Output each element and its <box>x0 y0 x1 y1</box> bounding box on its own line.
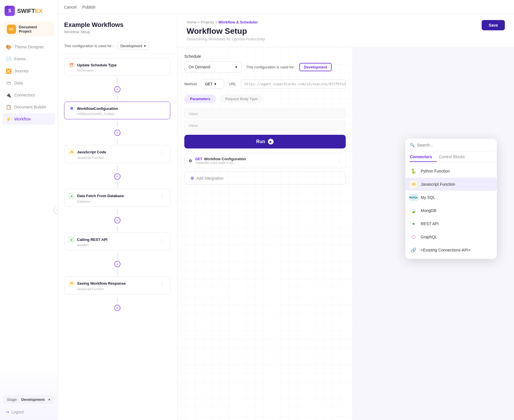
connector-existing-connections[interactable]: 🔗 <Existing Connections-API> <box>405 243 497 257</box>
connector-line-1 <box>64 94 170 102</box>
parameters-button[interactable]: Parameters <box>184 94 216 103</box>
node-rest-api[interactable]: ● Calling REST API ⋮ RestAPI <box>64 233 170 251</box>
sidebar-item-theme-designer[interactable]: 🎨 Theme Designer <box>2 41 55 53</box>
node-menu-icon[interactable]: ⋮ <box>158 149 166 155</box>
tab-control-blocks[interactable]: Control Blocks <box>439 152 469 162</box>
config-bar-label: This configuration is used for : <box>64 44 114 48</box>
stage-selector[interactable]: Stage: Development ▾ <box>3 395 54 404</box>
logout-label: Logout <box>11 410 24 414</box>
method-url-row: Method GET ▾ URL https://agent.superbloc… <box>184 79 346 89</box>
stage-value: Development <box>21 397 45 402</box>
connector-mysql[interactable]: MySQL My SQL <box>405 191 497 204</box>
url-input[interactable]: https://agent.superblocks.com/v2/execute… <box>241 80 345 89</box>
tab-connectors[interactable]: Connectors <box>410 152 437 162</box>
search-input[interactable] <box>417 143 492 147</box>
connector-graphql[interactable]: ⬡ GraphQL <box>405 230 497 243</box>
add-node-2[interactable]: + <box>64 128 170 137</box>
wc-menu-icon[interactable]: ⋮ <box>337 158 341 163</box>
sidebar-item-connectors[interactable]: 🔌 Connectors <box>2 89 55 101</box>
node-subtitle: RestAPI <box>68 243 166 247</box>
wc-title: Workflow Configuration <box>204 157 246 161</box>
connector-label: Javascript Function <box>421 182 455 187</box>
run-button[interactable]: Run ▶ <box>184 135 346 148</box>
avatar: UC <box>7 25 16 34</box>
cancel-button[interactable]: Cancel <box>64 3 77 11</box>
wc-gear-icon: ⚙ <box>189 159 192 163</box>
right-panel: Home > Projects > Workflow & Scheduler W… <box>177 14 514 420</box>
dev-badge[interactable]: Development <box>299 63 332 71</box>
method-value: GET <box>205 82 213 86</box>
connectors-icon: 🔌 <box>6 92 11 98</box>
add-node-5[interactable]: + <box>64 260 170 268</box>
data-icon: 🗃 <box>6 80 11 86</box>
connector-rest-api[interactable]: ● REST API <box>405 217 497 230</box>
node-saving-response[interactable]: JS Saving Workflow Response ⋮ Javascript… <box>64 276 170 294</box>
connector-label: My SQL <box>421 195 435 200</box>
brand-name: SWIFTEX <box>17 8 43 14</box>
sidebar-item-document-builder[interactable]: 📋 Document Builder <box>2 101 55 113</box>
add-node-3[interactable]: + <box>64 172 170 181</box>
connector-label: MongDB <box>421 208 436 213</box>
chevron-down-icon: ▾ <box>214 82 216 86</box>
node-title: Saving Workflow Response <box>77 281 156 286</box>
save-button[interactable]: Save <box>482 20 505 30</box>
connector-label: Python Function <box>421 169 450 173</box>
add-node-4[interactable]: + <box>64 216 170 225</box>
sidebar-item-workflow[interactable]: ⚡ Workflow <box>2 113 55 125</box>
run-label: Run <box>256 139 265 144</box>
connector-python[interactable]: 🐍 Python Function <box>405 165 497 178</box>
node-update-schedule[interactable]: ⏰ Update Schedule Type OnDemand <box>64 58 170 76</box>
graphql-icon: ⬡ <box>410 233 417 241</box>
workflow-config-mini-node[interactable]: ⚙ GET Workflow Configuration 7da6b36b-62… <box>184 153 346 168</box>
sidebar-item-label: Document Builder <box>14 105 46 109</box>
sidebar-item-journey[interactable]: 🔀 Journey <box>2 65 55 77</box>
topbar: Cancel Publish <box>57 0 514 14</box>
value-field-1[interactable]: Value <box>184 109 346 118</box>
doc-builder-icon: 📋 <box>6 104 11 110</box>
workflow-icon: ⚡ <box>6 116 11 122</box>
config-for-label: This configuration is used for: <box>246 65 295 69</box>
workflow-canvas: Schedule On Demand ▾ This configuration … <box>177 47 353 420</box>
run-play-icon: ▶ <box>268 139 274 144</box>
brand-ex: EX <box>35 8 43 14</box>
breadcrumb: Home > Projects > Workflow & Scheduler <box>187 20 265 24</box>
connector-mongodb[interactable]: 🍃 MongDB <box>405 204 497 217</box>
node-data-fetch[interactable]: ● Data Fetch From Database ⋮ Database <box>64 189 170 207</box>
node-title: Update Schedule Type <box>77 63 166 67</box>
node-menu-icon[interactable]: ⋮ <box>158 236 166 243</box>
api-icon: ● <box>68 237 75 243</box>
workflow-nodes: ⏰ Update Schedule Type OnDemand + <box>57 54 177 420</box>
config-dropdown[interactable]: Development ▾ <box>117 42 149 50</box>
publish-button[interactable]: Publish <box>82 3 96 11</box>
logout-icon: ↪ <box>6 410 9 414</box>
sidebar-item-data[interactable]: 🗃 Data <box>2 77 55 89</box>
node-javascript[interactable]: JS JavaScript Code ⋮ Javascript Function <box>64 145 170 163</box>
sidebar: S SWIFTEX UC Document Project 🎨 Theme De… <box>0 0 57 420</box>
mongodb-icon: 🍃 <box>410 207 417 214</box>
node-menu-icon[interactable]: ⋮ <box>158 193 166 199</box>
value-field-2[interactable]: Value <box>184 121 346 130</box>
config-icon: ⚙ <box>68 105 75 112</box>
add-integration-button[interactable]: ⊕ Add Integration <box>184 172 346 185</box>
config-value: Development <box>120 44 142 48</box>
logout-section[interactable]: ↪ Logout <box>0 406 57 418</box>
add-integration-label: Add Integration <box>196 176 224 181</box>
request-body-button[interactable]: Request Body Type <box>220 94 263 103</box>
popup-tabs: Connectors Control Blocks <box>405 152 497 162</box>
connector-javascript[interactable]: JS Javascript Function <box>405 178 497 191</box>
user-section[interactable]: UC Document Project <box>3 22 54 37</box>
wc-method: GET <box>195 157 202 161</box>
sidebar-item-forms[interactable]: 📄 Forms <box>2 53 55 65</box>
node-subtitle: Javascript Function <box>68 156 166 159</box>
node-menu-icon[interactable]: ⋮ <box>158 280 166 287</box>
popup-search-bar[interactable]: 🔍 <box>405 139 497 152</box>
chevron-down-icon: ▾ <box>48 397 50 402</box>
node-subtitle: OnDemand <box>68 69 166 72</box>
node-workflow-config[interactable]: ⚙ WorkflowConfiguration H588qsxCl1JdXD_G… <box>64 102 170 119</box>
run-section: Run ▶ ⚙ GET Workflow Configuration <box>184 135 346 185</box>
schedule-dropdown[interactable]: On Demand ▾ <box>184 62 242 72</box>
method-select[interactable]: GET ▾ <box>201 79 224 89</box>
journey-icon: 🔀 <box>6 68 11 74</box>
add-node-1[interactable]: + <box>64 85 170 94</box>
add-node-6[interactable]: + <box>64 304 170 312</box>
